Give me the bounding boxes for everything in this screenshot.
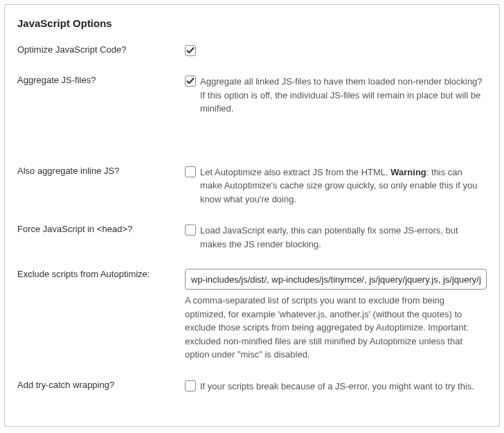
js-options-panel: JavaScript Options Optimize JavaScript C… bbox=[4, 4, 500, 427]
aggregate-js-label: Aggregate JS-files? bbox=[17, 75, 185, 85]
exclude-scripts-help: A comma-separated list of scripts you wa… bbox=[185, 294, 487, 362]
aggregate-js-desc: Aggregate all linked JS-files to have th… bbox=[200, 75, 487, 116]
force-head-desc: Load JavaScript early, this can potentia… bbox=[200, 224, 487, 251]
trycatch-checkbox[interactable] bbox=[185, 380, 196, 391]
exclude-scripts-label: Exclude scripts from Autoptimize: bbox=[17, 269, 185, 279]
force-head-checkbox[interactable] bbox=[185, 224, 196, 236]
inline-js-desc-pre: Let Autoptimize also extract JS from the… bbox=[200, 167, 390, 177]
optimize-js-checkbox[interactable] bbox=[185, 45, 196, 56]
trycatch-desc: If your scripts break because of a JS-er… bbox=[200, 380, 487, 394]
row-optimize-js: Optimize JavaScript Code? bbox=[17, 44, 487, 57]
exclude-scripts-input[interactable] bbox=[185, 269, 487, 290]
inline-js-label: Also aggregate inline JS? bbox=[17, 166, 185, 176]
optimize-js-label: Optimize JavaScript Code? bbox=[17, 44, 185, 55]
inline-js-desc: Let Autoptimize also extract JS from the… bbox=[200, 166, 487, 206]
panel-title: JavaScript Options bbox=[17, 17, 487, 29]
row-inline-js: Also aggregate inline JS? Let Autoptimiz… bbox=[17, 166, 487, 206]
row-force-head: Force JavaScript in <head>? Load JavaScr… bbox=[17, 224, 487, 251]
aggregate-js-checkbox[interactable] bbox=[185, 76, 196, 87]
trycatch-label: Add try-catch wrapping? bbox=[17, 380, 185, 390]
row-trycatch: Add try-catch wrapping? If your scripts … bbox=[17, 380, 487, 394]
inline-js-desc-warn: Warning bbox=[390, 167, 426, 177]
inline-js-checkbox[interactable] bbox=[185, 166, 196, 177]
row-exclude-scripts: Exclude scripts from Autoptimize: A comm… bbox=[17, 269, 487, 362]
row-aggregate-js: Aggregate JS-files? Aggregate all linked… bbox=[17, 75, 487, 116]
force-head-label: Force JavaScript in <head>? bbox=[17, 224, 185, 234]
